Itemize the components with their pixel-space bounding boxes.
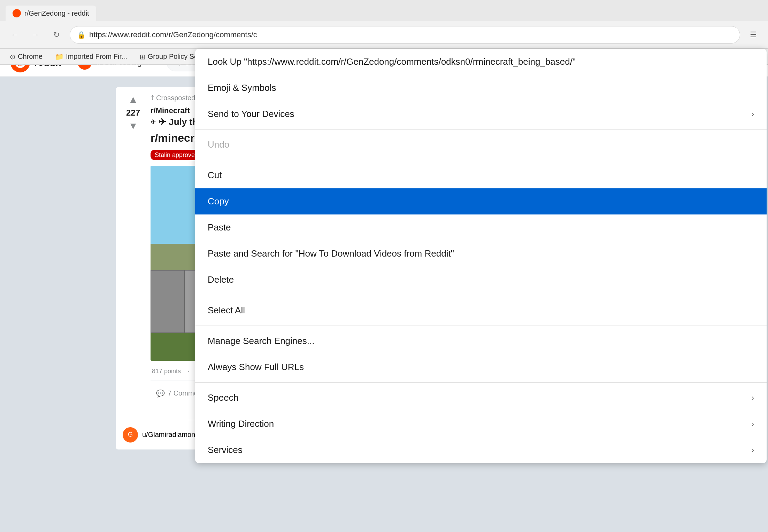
reddit-page: reddit r/GenZedong ▾ 🔍 Search ▲ 227 ▼ — [0, 49, 768, 532]
address-bar[interactable]: 🔒 https://www.reddit.com/r/GenZedong/com… — [70, 26, 740, 44]
context-menu-item-undo: Undo — [195, 132, 767, 158]
context-menu-label-paste: Paste — [208, 222, 231, 233]
context-menu-label-delete: Delete — [208, 274, 234, 285]
context-menu-item-delete[interactable]: Delete — [195, 267, 767, 293]
back-button[interactable]: ← — [7, 27, 22, 42]
downvote-button[interactable]: ▼ — [128, 120, 138, 132]
context-menu-separator — [195, 382, 767, 383]
context-menu-separator — [195, 129, 767, 130]
context-menu-label-emoji: Emoji & Symbols — [208, 83, 276, 93]
bookmark-chrome-label: Chrome — [18, 53, 43, 61]
browser-chrome: r/GenZedong - reddit ← → ↻ 🔒 https://www… — [0, 0, 768, 49]
lock-icon: 🔒 — [77, 31, 86, 39]
context-menu-label-select_all: Select All — [208, 305, 245, 316]
context-menu-label-services: Services — [208, 445, 243, 455]
user-avatar: G — [123, 427, 138, 443]
context-menu-item-services[interactable]: Services› — [195, 437, 767, 463]
context-menu-separator — [195, 295, 767, 295]
context-menu-label-paste_search: Paste and Search for "How To Download Vi… — [208, 248, 454, 259]
comments-icon: 💬 — [156, 389, 165, 398]
context-menu-separator — [195, 326, 767, 326]
arrow-left-icon: ✈ — [151, 118, 156, 126]
browser-tabs: r/GenZedong - reddit — [0, 0, 768, 21]
separator-dot: · — [188, 368, 190, 375]
context-menu-label-lookup: Look Up "https://www.reddit.com/r/GenZed… — [208, 56, 576, 67]
bookmark-imported-label: Imported From Fir... — [66, 53, 127, 61]
context-menu-item-lookup[interactable]: Look Up "https://www.reddit.com/r/GenZed… — [195, 49, 767, 75]
vote-column: ▲ 227 ▼ — [123, 94, 144, 406]
context-menu-separator — [195, 160, 767, 160]
chevron-right-icon: › — [752, 110, 754, 119]
refresh-button[interactable]: ↻ — [49, 27, 64, 42]
points-count: 817 points — [152, 368, 181, 375]
browser-toolbar: ← → ↻ 🔒 https://www.reddit.com/r/GenZedo… — [0, 21, 768, 49]
context-menu-label-show_full_urls: Always Show Full URLs — [208, 362, 304, 373]
promoted-username: u/Glamiradiamond — [142, 431, 199, 439]
url-text: https://www.reddit.com/r/GenZedong/comme… — [89, 30, 257, 39]
context-menu-item-paste_search[interactable]: Paste and Search for "How To Download Vi… — [195, 241, 767, 267]
chrome-icon: ⊙ — [10, 53, 16, 61]
context-menu-label-send: Send to Your Devices — [208, 109, 294, 119]
context-menu-label-cut: Cut — [208, 170, 222, 181]
upvote-button[interactable]: ▲ — [128, 94, 138, 105]
context-menu-label-writing: Writing Direction — [208, 418, 274, 429]
context-menu-item-show_full_urls[interactable]: Always Show Full URLs — [195, 354, 767, 380]
context-menu-label-copy: Copy — [208, 196, 229, 207]
crosspost-icon: ⤴ — [151, 94, 154, 102]
bookmark-chrome[interactable]: ⊙ Chrome — [7, 51, 45, 62]
mc-block — [151, 270, 184, 333]
chevron-right-icon: › — [752, 420, 754, 429]
context-menu-label-manage_search: Manage Search Engines... — [208, 336, 314, 346]
profile-button[interactable]: ☰ — [746, 27, 761, 42]
context-menu-item-manage_search[interactable]: Manage Search Engines... — [195, 328, 767, 354]
context-menu-item-speech[interactable]: Speech› — [195, 385, 767, 411]
crosspost-sub-name: r/Minecraft — [151, 106, 190, 115]
context-menu-label-undo: Undo — [208, 139, 229, 150]
context-menu: Look Up "https://www.reddit.com/r/GenZed… — [195, 49, 767, 463]
chevron-right-icon: › — [752, 393, 754, 402]
context-menu-label-speech: Speech — [208, 392, 238, 403]
context-menu-item-emoji[interactable]: Emoji & Symbols — [195, 75, 767, 101]
bookmark-imported[interactable]: 📁 Imported From Fir... — [52, 51, 130, 62]
forward-button[interactable]: → — [28, 27, 43, 42]
vote-count: 227 — [126, 108, 140, 118]
folder-icon: 📁 — [55, 53, 64, 61]
windows-icon: ⊞ — [140, 53, 146, 61]
context-menu-item-select_all[interactable]: Select All — [195, 297, 767, 323]
chevron-right-icon: › — [752, 446, 754, 455]
context-menu-item-writing[interactable]: Writing Direction› — [195, 411, 767, 437]
active-tab[interactable]: r/GenZedong - reddit — [6, 6, 96, 21]
context-menu-item-copy[interactable]: Copy — [195, 188, 767, 214]
context-menu-item-cut[interactable]: Cut — [195, 162, 767, 188]
context-menu-item-send[interactable]: Send to Your Devices› — [195, 101, 767, 127]
tab-label: r/GenZedong - reddit — [24, 9, 89, 17]
tab-favicon — [13, 9, 21, 17]
context-menu-item-paste[interactable]: Paste — [195, 214, 767, 241]
